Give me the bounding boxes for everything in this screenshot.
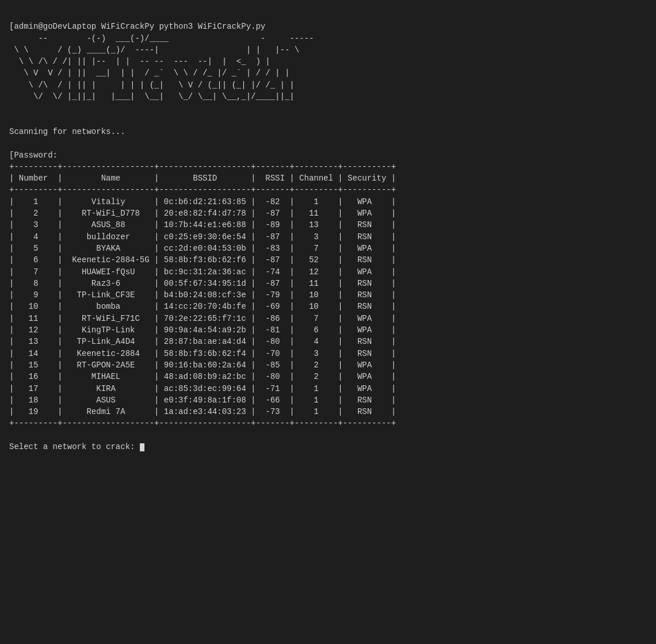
table-top-sep: +---------+-------------------+---------… (9, 162, 396, 171)
table-row: | 17 | KIRA | ac:85:3d:ec:99:64 | -71 | … (9, 384, 396, 393)
terminal-body: Scanning for networks... [Password: +---… (9, 102, 647, 453)
table-row: | 1 | Vitaliy | 0c:b6:d2:21:63:85 | -82 … (9, 197, 396, 206)
scanning-text: Scanning for networks... (9, 127, 125, 136)
table-row: | 14 | Keenetic-2884 | 58:8b:f3:6b:62:f4… (9, 349, 396, 358)
table-row: | 9 | TP-Link_CF3E | b4:b0:24:08:cf:3e |… (9, 290, 396, 300)
terminal-output: [admin@goDevLaptop WiFiCrackPy python3 W… (9, 9, 647, 33)
table-bottom-sep: +---------+-------------------+---------… (9, 419, 396, 428)
table-row: | 7 | HUAWEI-fQsU | bc:9c:31:2a:36:ac | … (9, 267, 396, 277)
table-row: | 5 | BYAKA | cc:2d:e0:04:53:0b | -83 | … (9, 244, 396, 253)
table-row: | 8 | Raz3-6 | 00:5f:67:34:95:1d | -87 |… (9, 279, 396, 288)
ascii-art-block: -- -(-) ___(-)/____ - ----- \ \ / (_) __… (9, 33, 647, 103)
select-prompt: Select a network to crack: (9, 442, 140, 451)
table-header-sep: +---------+-------------------+---------… (9, 185, 396, 194)
prompt-line: [admin@goDevLaptop WiFiCrackPy python3 W… (9, 22, 265, 31)
table-row: | 10 | bomba | 14:cc:20:70:4b:fe | -69 |… (9, 302, 396, 311)
table-row: | 6 | Keenetic-2884-5G | 58:8b:f3:6b:62:… (9, 255, 396, 264)
table-row: | 18 | ASUS | e0:3f:49:8a:1f:08 | -66 | … (9, 396, 396, 405)
table-row: | 15 | RT-GPON-2A5E | 90:16:ba:60:2a:64 … (9, 361, 396, 370)
table-header: | Number | Name | BSSID | RSSI | Channel… (9, 174, 396, 183)
table-row: | 12 | KingTP-Link | 90:9a:4a:54:a9:2b |… (9, 325, 396, 335)
table-row: | 3 | ASUS_88 | 10:7b:44:e1:e6:88 | -89 … (9, 220, 396, 229)
cursor (140, 443, 144, 451)
table-row: | 16 | MIHAEL | 48:ad:08:b9:a2:bc | -80 … (9, 372, 396, 381)
table-row: | 2 | RT-WiFi_D778 | 20:e8:82:f4:d7:78 |… (9, 209, 396, 218)
table-row: | 4 | bulldozer | c0:25:e9:30:6e:54 | -8… (9, 232, 396, 241)
password-prompt: [Password: (9, 151, 58, 160)
table-row: | 13 | TP-Link_A4D4 | 28:87:ba:ae:a4:d4 … (9, 337, 396, 346)
table-row: | 11 | RT-WiFi_F71C | 70:2e:22:65:f7:1c … (9, 314, 396, 323)
table-row: | 19 | Redmi 7A | 1a:ad:e3:44:03:23 | -7… (9, 407, 396, 416)
